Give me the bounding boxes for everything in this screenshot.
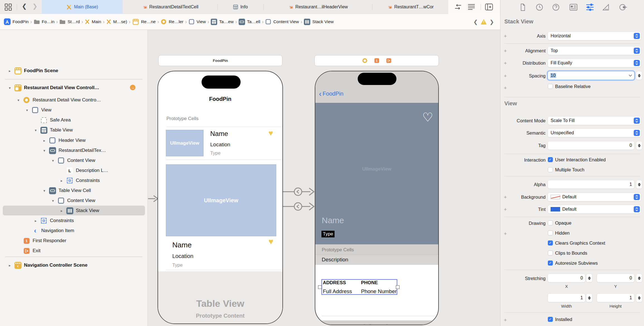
installed-checkbox[interactable] [548, 317, 553, 322]
outline-row-content-view[interactable]: Content View [50, 156, 95, 165]
outline-row-navigation-item[interactable]: Navigation Item [25, 226, 74, 235]
tab-restaurantdetailheaderview[interactable]: Restaurant…ilHeaderView [263, 0, 372, 14]
jump-item-content-view[interactable]: Content View [265, 19, 299, 25]
jump-item-view[interactable]: View [188, 19, 206, 25]
disclosure-triangle[interactable] [33, 219, 38, 223]
view-controller-icon[interactable] [362, 58, 367, 63]
related-items-icon[interactable] [4, 3, 12, 11]
selected-stack-view[interactable]: ADDRESS PHONE Full Address Phone Number [321, 279, 397, 295]
phone-value-label[interactable]: Phone Number [361, 288, 397, 295]
outline-row-navigation-controller-scene[interactable]: Navigation Controller Scene [7, 261, 88, 270]
description-cell[interactable]: Description [315, 255, 438, 265]
disclosure-triangle[interactable] [59, 209, 64, 213]
file-inspector-icon[interactable] [519, 3, 527, 11]
disclosure-triangle[interactable] [42, 189, 47, 193]
disclosure-triangle[interactable] [50, 159, 55, 163]
outline-row-table-view[interactable]: Table View [33, 126, 73, 135]
disclosure-triangle[interactable] [33, 128, 38, 132]
disclosure-triangle[interactable] [7, 263, 12, 267]
resize-handle[interactable] [396, 285, 400, 289]
disclosure-triangle[interactable] [50, 199, 55, 203]
add-attribute-button[interactable] [504, 206, 509, 213]
add-attribute-button[interactable] [504, 73, 509, 79]
axis-popup[interactable]: Horizontal [548, 32, 641, 40]
tag-field[interactable]: 0 [548, 141, 634, 150]
distribution-popup[interactable]: Fill Equally [548, 59, 641, 67]
tab-main-storyboard[interactable]: Main (Base) [42, 0, 123, 14]
stretching-y-field[interactable]: 0 [597, 274, 634, 282]
alignment-popup[interactable]: Top [548, 47, 641, 55]
name-label[interactable]: Name [210, 130, 228, 138]
jump-item-table-cell[interactable]: Ta…ell [239, 19, 260, 25]
outline-row-exit[interactable]: Exit [16, 246, 40, 255]
jump-item-stack-view[interactable]: Stack View [304, 19, 333, 25]
tab-restaurantdetailtextcell[interactable]: RestaurantDetailTextCell [123, 0, 217, 14]
spacing-stepper[interactable] [636, 71, 642, 80]
disclosure-triangle[interactable] [59, 179, 64, 183]
segue-arrow-icon[interactable] [282, 201, 315, 212]
outline-row-table-view-cell[interactable]: Table View Cell [42, 186, 91, 195]
outline-row-detail-scene[interactable]: Restaurant Detail View Controll… [7, 83, 99, 92]
add-attribute-button[interactable] [504, 33, 509, 39]
quick-help-inspector-icon[interactable] [552, 3, 560, 11]
add-editor-icon[interactable] [485, 4, 493, 10]
disclosure-triangle[interactable] [7, 69, 12, 73]
stretching-width-field[interactable]: 1 [548, 294, 585, 302]
opaque-checkbox[interactable] [548, 220, 553, 225]
add-attribute-button[interactable] [504, 231, 509, 237]
name-label[interactable]: Name [322, 216, 344, 225]
stretching-y-stepper[interactable] [636, 274, 642, 282]
baseline-relative-checkbox[interactable] [548, 84, 553, 89]
outline-row-description-label[interactable]: Description L… [59, 166, 108, 175]
outline-row-content-view[interactable]: Content View [50, 196, 95, 205]
jump-item-project[interactable]: FoodPin [4, 18, 29, 25]
history-inspector-icon[interactable] [535, 3, 544, 11]
outline-row-foodpin-scene[interactable]: FoodPin Scene [7, 66, 58, 75]
semantic-popup[interactable]: Unspecified [548, 129, 641, 137]
stretching-height-stepper[interactable] [636, 294, 642, 302]
forward-chevron-icon[interactable]: ❯ [32, 3, 37, 10]
jump-item-view-controller[interactable]: Re…ler [161, 19, 183, 25]
jump-item-folder[interactable]: St…rd [59, 19, 80, 24]
add-attribute-button[interactable] [504, 85, 509, 91]
header-image-view[interactable]: ♡ UIImageView Name Type [315, 103, 438, 244]
address-header-label[interactable]: ADDRESS [323, 280, 346, 286]
back-chevron-icon[interactable]: ❮ [22, 3, 27, 10]
warning-icon[interactable] [481, 19, 487, 25]
clips-to-bounds-checkbox[interactable] [548, 250, 553, 256]
outline-row-constraints[interactable]: Constraints [59, 176, 100, 185]
heart-icon[interactable] [268, 129, 273, 138]
outline-row-stack-view-selected[interactable]: Stack View [59, 206, 99, 215]
type-label[interactable]: Type [210, 150, 221, 156]
add-attribute-button[interactable] [504, 60, 509, 66]
jump-item-storyboard[interactable]: Main [85, 19, 101, 24]
outline-row-constraints[interactable]: Constraints [33, 216, 74, 225]
jump-item-table-view[interactable]: Ta…ew [211, 19, 234, 25]
attributes-inspector-icon[interactable] [586, 3, 594, 11]
stretching-height-field[interactable]: 1 [597, 294, 634, 302]
outline-row-detail-text-cell[interactable]: RestaurantDetailTex… [42, 146, 106, 155]
phone-list-view-controller[interactable]: FoodPin Prototype Cells UIImageView Name… [158, 71, 283, 324]
cell-image-view[interactable]: UIImageView [166, 164, 276, 236]
storyboard-entry-badge[interactable] [130, 85, 135, 90]
disclosure-triangle[interactable] [7, 86, 12, 90]
outline-row-header-view[interactable]: Header View [42, 136, 86, 145]
location-label[interactable]: Location [210, 142, 230, 148]
stretching-x-field[interactable]: 0 [548, 274, 585, 282]
phone-header-label[interactable]: PHONE [361, 280, 378, 286]
adjust-editor-options-icon[interactable] [468, 4, 475, 10]
jump-item-folder[interactable]: Fo…in [34, 19, 55, 24]
stretching-x-stepper[interactable] [586, 274, 592, 282]
autoresize-subviews-checkbox[interactable] [548, 261, 553, 266]
jump-item-storyboard[interactable]: M…se) [106, 19, 127, 24]
resize-handle[interactable] [318, 285, 322, 289]
identity-inspector-icon[interactable] [569, 4, 578, 11]
alpha-field[interactable]: 1 [548, 180, 634, 189]
outline-row-view-controller[interactable]: Restaurant Detail View Contro… [16, 96, 101, 104]
disclosure-triangle[interactable] [16, 98, 21, 102]
user-interaction-checkbox[interactable] [548, 157, 553, 162]
jump-item-scene[interactable]: Re…ne [132, 18, 156, 25]
tag-stepper[interactable] [636, 141, 642, 150]
next-issue-icon[interactable]: ❯ [490, 19, 494, 25]
add-attribute-button[interactable] [504, 194, 509, 200]
